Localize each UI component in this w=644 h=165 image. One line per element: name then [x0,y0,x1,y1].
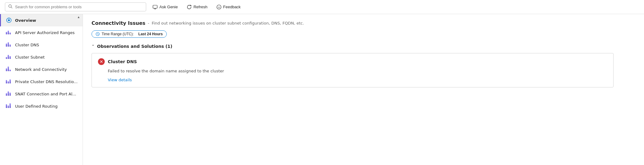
sidebar-item-cluster-dns-label: Cluster DNS [15,43,39,47]
refresh-icon [186,4,192,10]
sidebar-item-network-connectivity[interactable]: Network and Connectivity [0,63,83,75]
chevron-up-icon: ⌃ [92,44,95,48]
search-icon [8,4,13,10]
page-title-row: Connectivity Issues - Find out networkin… [92,20,635,26]
sidebar-item-overview[interactable]: Overview [0,14,83,26]
refresh-label: Refresh [193,5,208,9]
svg-point-7 [8,19,10,21]
page-header: Connectivity Issues - Find out networkin… [92,20,635,38]
svg-point-0 [9,5,11,7]
sidebar-item-user-defined-routing[interactable]: User Defined Routing [0,100,83,112]
svg-point-5 [219,6,220,7]
search-box[interactable] [5,2,146,11]
sidebar-item-private-cluster[interactable]: Private Cluster DNS Resolutio... [0,75,83,88]
feedback-button[interactable]: Feedback [214,3,243,11]
sidebar-item-cluster-subnet-label: Cluster Subnet [15,55,45,59]
title-separator: - [148,21,149,25]
observations-header: ⌃ Observations and Solutions (1) [92,44,635,49]
time-range-button[interactable]: Time Range (UTC): Last 24 Hours [92,30,167,38]
main-layout: ▲ Overview API Server Authorize [0,14,644,165]
ask-genie-button[interactable]: Ask Genie [150,3,180,11]
feedback-icon [216,4,222,10]
time-range-label: Time Range (UTC): [102,32,134,36]
sidebar-item-api-server-label: API Server Authorized Ranges [15,30,75,35]
network-connectivity-icon [6,66,12,72]
feedback-label: Feedback [223,5,241,9]
page-title: Connectivity Issues [92,20,145,26]
private-cluster-icon [6,79,12,85]
sidebar-item-cluster-subnet[interactable]: Cluster Subnet [0,51,83,63]
refresh-button[interactable]: Refresh [184,3,210,11]
snat-icon [6,91,12,97]
sidebar-scroll-up[interactable]: ▲ [76,14,81,20]
ask-genie-label: Ask Genie [159,5,178,9]
sidebar-item-api-server[interactable]: API Server Authorized Ranges [0,26,83,39]
svg-point-3 [217,5,221,9]
observation-item-header: ✕ Cluster DNS [98,58,607,65]
sidebar: ▲ Overview API Server Authorize [0,14,83,165]
sidebar-item-cluster-dns[interactable]: Cluster DNS [0,39,83,51]
cluster-subnet-icon [6,54,12,60]
toolbar: Ask Genie Refresh Feedback [0,0,644,14]
time-range-value: Last 24 Hours [139,32,163,36]
sidebar-item-snat[interactable]: SNAT Connection and Port Al... [0,88,83,100]
sidebar-item-private-cluster-label: Private Cluster DNS Resolutio... [15,79,78,84]
error-icon: ✕ [98,58,105,65]
api-server-icon [6,29,12,36]
svg-point-4 [218,6,218,7]
svg-line-1 [11,7,12,8]
content-area: Connectivity Issues - Find out networkin… [83,14,644,165]
sidebar-item-overview-label: Overview [15,18,36,23]
page-subtitle: Find out networking issues on cluster su… [152,21,304,25]
overview-icon [6,17,12,23]
observation-item-title: Cluster DNS [108,59,137,64]
genie-icon [152,4,158,10]
sidebar-item-user-defined-routing-label: User Defined Routing [15,104,57,109]
search-input[interactable] [15,5,143,9]
cluster-dns-icon [6,42,12,48]
clock-icon [96,32,100,36]
sidebar-item-network-connectivity-label: Network and Connectivity [15,67,67,72]
user-defined-routing-icon [6,103,12,109]
sidebar-item-snat-label: SNAT Connection and Port Al... [15,92,76,96]
svg-rect-2 [153,5,157,8]
observation-description: Failed to resolve the domain name assign… [108,69,607,73]
observation-card: ✕ Cluster DNS Failed to resolve the doma… [92,53,614,87]
view-details-link[interactable]: View details [108,78,132,82]
observations-title: Observations and Solutions (1) [97,44,172,49]
